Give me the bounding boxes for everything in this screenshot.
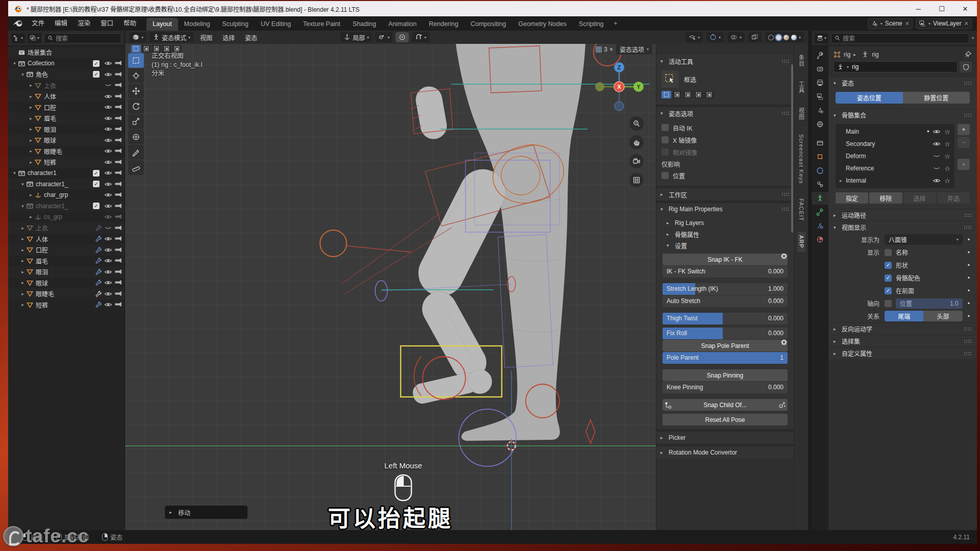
exclude-checkbox[interactable]: ✓ — [93, 181, 100, 187]
eye-open-icon[interactable] — [104, 235, 112, 243]
display-as-select[interactable]: 八面锥 ▾ — [885, 234, 963, 245]
expander-icon[interactable]: ▸ — [840, 178, 846, 183]
rig-slider-pole-parent[interactable]: Pole Parent1 — [663, 352, 788, 364]
camera-restrict-icon[interactable] — [114, 300, 122, 309]
eye-open-icon[interactable] — [104, 213, 112, 221]
snap-settings[interactable]: ▾ — [412, 32, 429, 42]
shading-solid-icon[interactable] — [776, 35, 781, 40]
properties-tab-scene[interactable] — [812, 104, 828, 117]
select-mode-pill-4[interactable] — [172, 45, 182, 53]
expander-icon[interactable]: ▸ — [28, 94, 34, 99]
select-mode-pill-4[interactable] — [704, 91, 714, 98]
eye-open-icon[interactable] — [104, 169, 112, 177]
rig-slider-fix-roll[interactable]: Fix Roll0.000 — [663, 328, 788, 339]
visibility-dropdown[interactable]: ▾ — [685, 32, 703, 42]
outliner-item-label[interactable]: character1_ — [36, 181, 93, 188]
viewport-canvas[interactable]: 正交右视图 (1) rig : c_foot_ik.l 分米 3 × 姿态选项 … — [125, 44, 808, 530]
camera-restrict-icon[interactable] — [114, 235, 122, 243]
camera-restrict-icon[interactable] — [114, 169, 122, 177]
drag-grip-icon[interactable] — [781, 59, 790, 63]
select-mode-pill-3[interactable] — [162, 45, 172, 53]
outliner-item-label[interactable]: 上衣 — [44, 81, 102, 90]
expander-icon[interactable]: ▸ — [19, 280, 26, 285]
overlays-dropdown[interactable]: ▾ — [727, 32, 745, 42]
outliner-row[interactable]: ▸眼睫毛 — [8, 288, 125, 299]
outliner-item-label[interactable]: 人体 — [44, 92, 102, 101]
camera-restrict-icon[interactable] — [114, 180, 122, 188]
camera-restrict-icon[interactable] — [114, 59, 122, 67]
outliner-filter[interactable]: ▾ — [28, 33, 41, 43]
mode-selector[interactable]: 姿态模式 ▾ — [150, 32, 193, 42]
outliner-search-input[interactable]: 搜索 — [44, 33, 121, 43]
outliner-row[interactable]: ▾character1_✓ — [8, 201, 125, 212]
workspace-tab-layout[interactable]: Layout — [146, 18, 178, 31]
panel-workspace[interactable]: ▸ 工作区 — [656, 188, 794, 201]
display-check-row[interactable]: ✓在前面• — [828, 284, 977, 297]
outliner-row[interactable]: ▸上衣 — [8, 80, 125, 91]
tail-button[interactable]: 尾端 — [885, 311, 923, 321]
outliner-row[interactable]: ▾character1_✓ — [8, 179, 125, 190]
select-mode-pill-1[interactable] — [141, 45, 151, 53]
properties-tab-world[interactable] — [812, 118, 828, 131]
gear-icon[interactable] — [779, 338, 789, 347]
solo-star-icon[interactable]: ☆ — [944, 128, 950, 136]
solo-star-icon[interactable]: ☆ — [944, 165, 950, 172]
panel-motion-paths[interactable]: ▸ 运动路径 — [828, 209, 977, 221]
properties-tab-object[interactable] — [812, 151, 828, 163]
eyedropper-add-icon[interactable] — [778, 402, 786, 409]
eye-open-icon[interactable] — [933, 140, 941, 148]
camera-restrict-icon[interactable] — [114, 125, 122, 133]
workspace-tab-scripting[interactable]: Scripting — [573, 18, 610, 31]
editor-type-selector[interactable]: ▾ — [129, 32, 146, 42]
expander-icon[interactable]: ▸ — [19, 236, 26, 241]
properties-tab-material[interactable] — [812, 233, 828, 246]
select-mode-pill-1[interactable] — [672, 91, 682, 98]
eye-open-icon[interactable] — [104, 103, 112, 111]
outliner-item-label[interactable]: 场景集合 — [28, 48, 122, 57]
rest-position-button[interactable]: 静置位置 — [903, 92, 970, 104]
menu-view[interactable]: 视图 — [197, 33, 216, 42]
rig-slider-stretch-length-ik-[interactable]: Stretch Length (IK)1.000 — [663, 283, 788, 295]
workspace-tab-geometry-nodes[interactable]: Geometry Nodes — [512, 18, 572, 31]
camera-restrict-icon[interactable] — [114, 224, 122, 232]
outliner-row[interactable]: ▸人体 — [8, 91, 125, 102]
select-mode-pill-3[interactable] — [694, 91, 703, 98]
bone-props-subpanel[interactable]: ▸骨骼属性 — [662, 229, 789, 240]
camera-restrict-icon[interactable] — [114, 136, 122, 144]
cursor-tool-button[interactable] — [128, 68, 144, 83]
rig-button-reset-all-pose[interactable]: Reset All Pose — [663, 414, 788, 425]
viewport-3d[interactable]: ▾ 姿态模式 ▾ 视图 选择 姿态 局部 ▾ ▾ — [125, 31, 808, 530]
eye-open-icon[interactable] — [104, 246, 112, 254]
solo-star-icon[interactable]: ☆ — [944, 153, 950, 160]
outliner-row[interactable]: ▸眼球 — [8, 278, 125, 289]
outliner-row[interactable]: ▸短裤 — [8, 157, 125, 168]
unlink-icon[interactable]: ✕ — [905, 20, 910, 27]
scale-tool-button[interactable] — [128, 114, 144, 129]
box-select-tool-icon[interactable] — [662, 70, 679, 88]
outliner-item-label[interactable]: Collection — [28, 60, 93, 67]
panel-反向运动学[interactable]: ▸反向运动学 — [828, 322, 977, 335]
bone-collection-row[interactable]: Deform☆ — [836, 150, 954, 162]
collection-name[interactable]: Internal — [846, 177, 933, 184]
outliner-item-label[interactable]: 眼泪 — [36, 267, 94, 276]
outliner-item-label[interactable]: 口腔 — [36, 245, 94, 254]
camera-restrict-icon[interactable] — [114, 114, 122, 122]
select-mode-pill-0[interactable] — [131, 45, 141, 53]
exclude-checkbox[interactable]: ✓ — [93, 203, 100, 209]
collection-action-选择[interactable]: 选择 — [903, 192, 936, 204]
panel-viewport-display[interactable]: ▾ 视图显示 — [828, 221, 977, 233]
workspace-tab-animation[interactable]: Animation — [382, 18, 423, 31]
properties-tab-constraints[interactable] — [812, 178, 828, 191]
eye-open-icon[interactable] — [104, 300, 112, 309]
drag-grip-icon[interactable] — [964, 226, 972, 230]
navigation-gizmo[interactable]: Z Y X — [589, 56, 650, 117]
eye-closed-icon[interactable] — [104, 81, 112, 89]
panel-pose[interactable]: ▾ 姿态 — [828, 77, 977, 89]
drag-grip-icon[interactable] — [964, 327, 972, 331]
eye-open-icon[interactable] — [104, 180, 112, 188]
drag-grip-icon[interactable] — [781, 111, 790, 115]
expander-icon[interactable]: ▸ — [19, 226, 26, 231]
settings-subpanel[interactable]: ▾设置 — [662, 240, 789, 251]
rig-button-snap-pole-parent[interactable]: Snap Pole Parent — [663, 340, 788, 352]
workspace-tab-compositing[interactable]: Compositing — [464, 18, 512, 31]
